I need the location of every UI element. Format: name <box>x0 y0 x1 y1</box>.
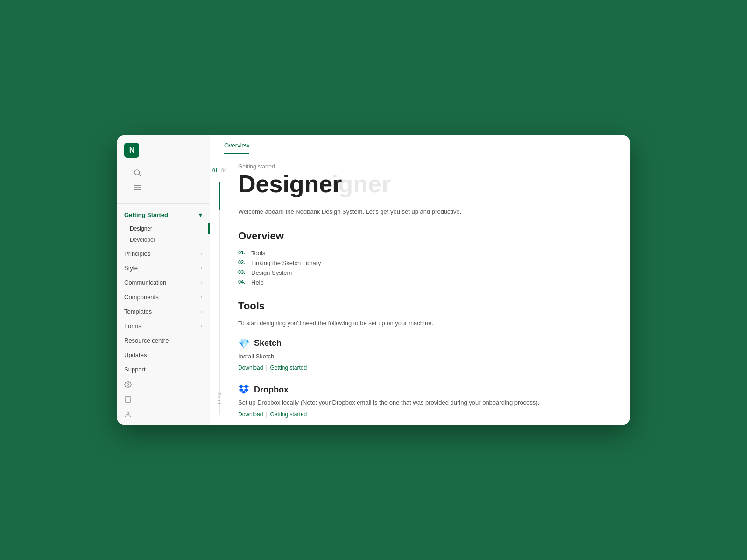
logo-area: N <box>124 143 204 158</box>
nav-components-label: Components <box>124 294 159 301</box>
nav-style-label: Style <box>124 265 138 272</box>
scroll-indicator: 01 04 Scroll <box>210 154 229 425</box>
search-icon[interactable] <box>132 167 143 178</box>
nav-principles-label: Principles <box>124 250 150 257</box>
getting-started-label: Getting Started <box>124 211 168 218</box>
overview-num-3: 03. <box>238 269 247 276</box>
page-title-main: Designer <box>238 172 612 196</box>
sketch-getting-started-link[interactable]: Getting started <box>270 364 307 371</box>
overview-num-2: 02. <box>238 259 247 266</box>
nav-forms[interactable]: Forms › <box>117 319 210 333</box>
svg-rect-6 <box>125 397 131 402</box>
nav-updates-label: Updates <box>124 351 147 358</box>
scroll-line <box>219 182 220 415</box>
main-content: Overview 01 04 Scroll Getting started De… <box>210 135 630 425</box>
user-icon[interactable] <box>122 409 134 420</box>
app-logo: N <box>124 143 139 158</box>
scroll-progress <box>219 182 220 210</box>
app-window: N Getting Started ▾ Designer Developer <box>117 135 630 425</box>
chevron-right-icon: › <box>201 280 202 285</box>
settings-icon[interactable] <box>122 379 134 390</box>
menu-icon[interactable] <box>132 182 143 193</box>
list-item: 04. Help <box>238 279 612 286</box>
overview-label-1: Tools <box>251 250 265 257</box>
tab-bar: Overview <box>210 135 630 154</box>
step-numbers: 01 04 <box>212 168 226 173</box>
chevron-right-icon: › <box>201 251 202 256</box>
overview-section-title: Overview <box>238 230 612 242</box>
dropbox-links: Download | Getting started <box>238 411 612 418</box>
step-4: 04 <box>221 168 226 173</box>
sidebar-header: N <box>117 135 210 204</box>
nav-getting-started[interactable]: Getting Started ▾ <box>117 208 210 222</box>
list-item: 01. Tools <box>238 250 612 257</box>
scroll-text: Scroll <box>217 392 222 406</box>
nav-style[interactable]: Style › <box>117 261 210 275</box>
nav-communication-label: Communication <box>124 279 166 286</box>
sketch-links: Download | Getting started <box>238 364 612 371</box>
tab-overview[interactable]: Overview <box>224 137 249 154</box>
dropbox-getting-started-link[interactable]: Getting started <box>270 411 307 418</box>
page-body: Getting started Designer igner Welcome a… <box>229 154 630 425</box>
nav-updates[interactable]: Updates <box>117 348 210 362</box>
dropbox-description: Set up Dropbox locally (Note: your Dropb… <box>238 398 612 407</box>
overview-num-4: 04. <box>238 279 247 286</box>
dropbox-icon <box>238 384 249 395</box>
svg-point-8 <box>127 412 129 414</box>
sketch-tool-block: 💎 Sketch Install Sketch. Download | Gett… <box>238 338 612 371</box>
sketch-description: Install Sketch. <box>238 352 612 361</box>
overview-label-2: Linking the Sketch Library <box>251 259 321 266</box>
page-breadcrumb: Getting started <box>238 163 612 170</box>
list-item: 02. Linking the Sketch Library <box>238 259 612 266</box>
dropbox-tool-header: Dropbox <box>238 384 612 395</box>
sketch-download-link[interactable]: Download <box>238 364 263 371</box>
nav-components[interactable]: Components › <box>117 290 210 304</box>
nav-templates-label: Templates <box>124 308 152 315</box>
chevron-right-icon: › <box>201 294 202 300</box>
sidebar-bottom <box>117 374 210 425</box>
sidebar-icon-row <box>124 162 204 198</box>
chevron-right-icon: › <box>201 323 202 329</box>
step-1: 01 <box>212 168 218 173</box>
list-item: 03. Design System <box>238 269 612 276</box>
welcome-text: Welcome aboard the Nedbank Design System… <box>238 207 472 217</box>
bookmark-icon[interactable] <box>122 394 134 405</box>
nav-communication[interactable]: Communication › <box>117 275 210 290</box>
overview-list: 01. Tools 02. Linking the Sketch Library… <box>238 250 612 286</box>
overview-label-4: Help <box>251 279 264 286</box>
hero-title-area: Designer igner <box>238 172 612 196</box>
nav-templates[interactable]: Templates › <box>117 304 210 319</box>
nav-resource-centre[interactable]: Resource centre <box>117 333 210 348</box>
getting-started-subitems: Designer Developer <box>117 222 210 246</box>
dropbox-download-link[interactable]: Download <box>238 411 263 418</box>
svg-line-1 <box>139 174 141 176</box>
overview-label-3: Design System <box>251 269 292 276</box>
nav-support[interactable]: Support <box>117 362 210 374</box>
sketch-tool-header: 💎 Sketch <box>238 338 612 349</box>
chevron-right-icon: › <box>201 266 202 271</box>
nav-resource-centre-label: Resource centre <box>124 337 169 344</box>
sidebar-nav: Getting Started ▾ Designer Developer Pri… <box>117 204 210 374</box>
tools-section-title: Tools <box>238 300 612 312</box>
chevron-down-icon: ▾ <box>199 211 202 218</box>
sidebar: N Getting Started ▾ Designer Developer <box>117 135 210 425</box>
sketch-tool-name: Sketch <box>254 338 282 348</box>
nav-support-label: Support <box>124 366 146 373</box>
dropbox-tool-block: Dropbox Set up Dropbox locally (Note: yo… <box>238 384 612 418</box>
dropbox-tool-name: Dropbox <box>254 385 289 395</box>
sketch-icon: 💎 <box>238 338 249 349</box>
chevron-right-icon: › <box>201 309 202 314</box>
svg-point-5 <box>127 384 129 385</box>
link-separator: | <box>266 364 267 371</box>
tools-intro-text: To start designing you'll need the follo… <box>238 320 612 327</box>
nav-principles[interactable]: Principles › <box>117 246 210 261</box>
nav-sub-designer[interactable]: Designer <box>117 223 210 234</box>
nav-forms-label: Forms <box>124 322 141 329</box>
link-separator: | <box>266 411 267 418</box>
nav-sub-developer[interactable]: Developer <box>117 234 210 245</box>
overview-num-1: 01. <box>238 250 247 257</box>
content-area: 01 04 Scroll Getting started Designer ig… <box>210 154 630 425</box>
